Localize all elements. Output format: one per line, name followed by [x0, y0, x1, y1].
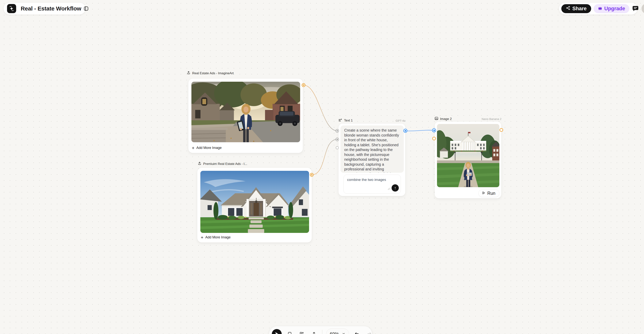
- upgrade-button[interactable]: Upgrade: [594, 4, 629, 13]
- undo-button[interactable]: [353, 330, 361, 334]
- workflow-canvas[interactable]: Real Estate Ads - ImagineArt: [0, 0, 644, 334]
- node-image-input-2-photo[interactable]: [200, 171, 309, 233]
- export-button[interactable]: [310, 330, 318, 334]
- add-node-button[interactable]: [298, 330, 306, 334]
- model-badge: GPT-4o: [396, 119, 406, 122]
- edge-connections: [0, 0, 644, 334]
- run-label: Run: [487, 191, 495, 196]
- upload-icon: [198, 161, 202, 166]
- add-more-image-button[interactable]: + Add More Image: [201, 235, 230, 239]
- select-tool-button[interactable]: [272, 329, 282, 334]
- send-arrow-icon: ↑: [394, 186, 396, 191]
- model-badge: Nano Banana 2: [482, 117, 502, 120]
- feedback-chat-icon[interactable]: [632, 4, 639, 13]
- add-more-image-button[interactable]: + Add More Image: [192, 146, 222, 150]
- prompt-input-value: combine the two images: [347, 178, 386, 182]
- node-image-input-2-header[interactable]: Premiuim Real Estate Ads - I...: [198, 161, 314, 166]
- prompt-input[interactable]: combine the two images ↑: [344, 175, 401, 194]
- node-title: Premiuim Real Estate Ads - I...: [203, 162, 247, 166]
- workflow-title[interactable]: Real - Estate Workflow: [21, 5, 81, 12]
- share-button[interactable]: Share: [561, 4, 591, 13]
- node-image-2-header[interactable]: Image 2 Nano Banana 2: [434, 116, 502, 121]
- canvas-toolbar: 69%: [269, 326, 372, 334]
- resize-handle-icon[interactable]: [388, 187, 390, 191]
- port-text-output[interactable]: [403, 129, 407, 133]
- share-icon: [566, 6, 570, 12]
- node-image-input-1[interactable]: + Add More Image: [188, 78, 303, 153]
- port-text-input-3[interactable]: [336, 146, 339, 149]
- edge-image1-to-text: [304, 85, 337, 131]
- frame-tool-button[interactable]: [286, 330, 294, 334]
- port-text-input-2[interactable]: [336, 138, 339, 141]
- share-label: Share: [572, 6, 586, 12]
- node-image-2[interactable]: Run: [434, 121, 502, 198]
- node-image-2-photo[interactable]: [437, 124, 499, 187]
- play-icon: [482, 191, 486, 196]
- user-avatar[interactable]: [642, 4, 644, 14]
- add-more-image-label: Add More Image: [196, 146, 222, 150]
- white-house-image: [437, 124, 499, 187]
- zoom-level-value: 69%: [330, 331, 339, 334]
- run-button[interactable]: Run: [478, 190, 499, 197]
- node-image-input-1-header[interactable]: Real Estate Ads - ImagineArt: [187, 71, 302, 76]
- panel-toggle-icon[interactable]: [84, 5, 89, 12]
- divider: [322, 330, 322, 334]
- crown-icon: [598, 6, 602, 12]
- node-image-input-1-photo[interactable]: [192, 82, 300, 142]
- app-logo-icon[interactable]: [7, 4, 16, 13]
- redo-button[interactable]: [365, 330, 373, 334]
- node-image-input-2[interactable]: + Add More Image: [197, 168, 312, 243]
- zoom-level-control[interactable]: 69%: [326, 328, 349, 334]
- farmhouse-image: [200, 171, 309, 233]
- node-title: Text 1: [344, 119, 352, 122]
- text-generate-icon: [338, 118, 342, 123]
- port-image2input-output[interactable]: [310, 173, 314, 177]
- port-image2-output[interactable]: [500, 128, 503, 132]
- plus-icon: +: [192, 146, 194, 150]
- upgrade-label: Upgrade: [604, 6, 625, 12]
- workflow-title-bar: Real - Estate Workflow: [4, 3, 86, 15]
- node-text-1[interactable]: Create a scene where the same blonde wom…: [338, 123, 406, 196]
- node-text-1-header[interactable]: Text 1 GPT-4o: [338, 118, 406, 123]
- node-title: Real Estate Ads - ImagineArt: [192, 71, 234, 75]
- chevron-down-icon: [342, 332, 346, 334]
- suburban-street-image: [192, 82, 300, 142]
- send-button[interactable]: ↑: [392, 184, 399, 192]
- add-more-image-label: Add More Image: [205, 235, 230, 239]
- image-icon: [434, 116, 438, 121]
- node-title: Image 2: [440, 117, 452, 121]
- account-actions-bar: Share Upgrade: [559, 3, 638, 15]
- prompt-text-area[interactable]: Create a scene where the same blonde wom…: [340, 125, 404, 173]
- port-image2-input-2[interactable]: [432, 137, 436, 140]
- port-image1-output[interactable]: [302, 83, 306, 87]
- port-image2-input-1[interactable]: [432, 128, 436, 132]
- upload-icon: [187, 71, 190, 76]
- plus-icon: +: [201, 236, 204, 239]
- edge-text-to-image2: [406, 130, 434, 131]
- port-text-input-1[interactable]: [336, 129, 339, 132]
- edge-image2input-to-text: [312, 139, 337, 175]
